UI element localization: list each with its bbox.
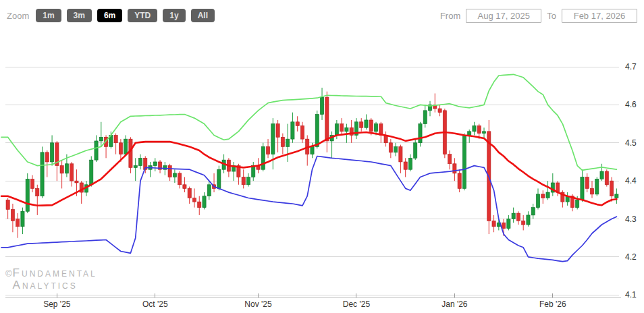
candle-body — [610, 181, 613, 196]
y-axis-label: 4.5 — [625, 138, 637, 148]
candle-body — [581, 177, 584, 200]
candle-body — [536, 194, 539, 208]
x-axis: Sep '25Oct '25Nov '25Dec '25Jan '26Feb '… — [5, 293, 621, 309]
candle-body — [374, 124, 377, 132]
candle-body — [16, 219, 20, 227]
candle-body — [134, 166, 137, 168]
candle-body — [585, 177, 589, 189]
x-axis-label: Feb '26 — [539, 300, 566, 309]
candle-body — [124, 139, 128, 154]
candle-body — [217, 169, 221, 188]
candle-body — [65, 164, 68, 173]
range-button-1m[interactable]: 1m — [36, 9, 61, 22]
candle-body — [138, 158, 142, 165]
candle-body — [261, 146, 265, 169]
candle-body — [286, 139, 290, 146]
range-button-1y[interactable]: 1y — [163, 9, 185, 22]
range-button-ytd[interactable]: YTD — [128, 9, 157, 22]
candle-body — [522, 221, 525, 225]
candle-body — [404, 162, 407, 169]
candle-body — [458, 173, 461, 189]
candle-body — [527, 215, 530, 225]
candle-body — [468, 132, 471, 136]
candle-body — [99, 137, 103, 141]
candle-body — [541, 194, 545, 198]
candle-body — [389, 143, 392, 152]
candle-body — [291, 122, 294, 139]
candle-body — [300, 125, 304, 139]
candle-body — [95, 141, 98, 160]
candle-body — [276, 124, 279, 138]
candle-body — [615, 194, 618, 198]
candle-body — [531, 208, 535, 215]
x-axis-label: Sep '25 — [43, 300, 71, 309]
candle-body — [36, 188, 39, 196]
x-axis-label: Dec '25 — [343, 300, 371, 309]
range-button-6m[interactable]: 6m — [97, 9, 122, 22]
y-axis-label: 4.3 — [625, 215, 637, 224]
candle-body — [315, 114, 319, 146]
y-axis-label: 4.6 — [625, 100, 637, 109]
bollinger-upper-band — [1, 74, 616, 170]
candle-body — [188, 188, 191, 198]
candle-body — [192, 198, 196, 202]
candle-body — [335, 124, 338, 136]
candle-body — [296, 122, 299, 126]
candle-body — [438, 109, 441, 113]
candle-body — [408, 158, 412, 169]
candle-body — [502, 223, 506, 228]
candles-series — [6, 88, 618, 238]
y-axis-label: 4.1 — [625, 290, 637, 300]
candle-body — [252, 166, 255, 177]
candle-body — [266, 146, 269, 154]
candle-body — [41, 152, 44, 196]
candle-body — [360, 122, 363, 127]
candle-body — [70, 164, 74, 181]
candle-body — [178, 173, 182, 185]
candle-body — [414, 143, 417, 159]
x-axis-label: Jan '26 — [441, 300, 468, 309]
candle-body — [271, 124, 275, 154]
y-axis-label: 4.7 — [625, 62, 637, 72]
candle-body — [546, 192, 549, 198]
candle-body — [394, 146, 398, 152]
from-date-input[interactable] — [466, 9, 541, 23]
candle-body — [246, 177, 250, 185]
chart-toolbar: Zoom 1m 3m 6m YTD 1y All From To — [0, 5, 644, 26]
to-date-input[interactable] — [562, 9, 637, 23]
candle-body — [462, 135, 466, 188]
to-label: To — [547, 11, 556, 21]
candle-body — [60, 166, 63, 173]
candle-body — [419, 124, 422, 143]
candle-body — [11, 209, 14, 221]
candle-body — [153, 162, 157, 166]
candle-body — [281, 137, 284, 146]
candle-body — [340, 124, 344, 132]
candle-body — [423, 111, 427, 124]
candle-body — [325, 97, 329, 141]
x-axis-label: Nov '25 — [244, 300, 272, 309]
candle-body — [114, 135, 117, 142]
candle-body — [365, 120, 368, 127]
candle-body — [311, 146, 314, 154]
candle-body — [576, 200, 579, 207]
chart-plot-area[interactable]: 4.14.24.34.44.54.64.7Sep '25Oct '25Nov '… — [0, 30, 644, 313]
candle-body — [75, 181, 78, 183]
candle-body — [50, 143, 53, 162]
range-button-all[interactable]: All — [191, 9, 215, 22]
candle-body — [507, 219, 510, 229]
candle-body — [399, 146, 402, 162]
candle-body — [345, 127, 348, 132]
candle-body — [600, 171, 603, 179]
candle-body — [482, 132, 485, 134]
zoom-label: Zoom — [7, 11, 29, 21]
candlestick-bollinger-chart[interactable]: 4.14.24.34.44.54.64.7Sep '25Oct '25Nov '… — [0, 30, 644, 313]
candle-body — [512, 213, 515, 219]
candle-body — [26, 179, 29, 211]
candle-body — [595, 179, 599, 194]
candle-body — [492, 221, 495, 226]
range-button-3m[interactable]: 3m — [67, 9, 92, 22]
candle-body — [453, 164, 456, 173]
candle-body — [129, 139, 132, 167]
from-label: From — [440, 11, 460, 21]
